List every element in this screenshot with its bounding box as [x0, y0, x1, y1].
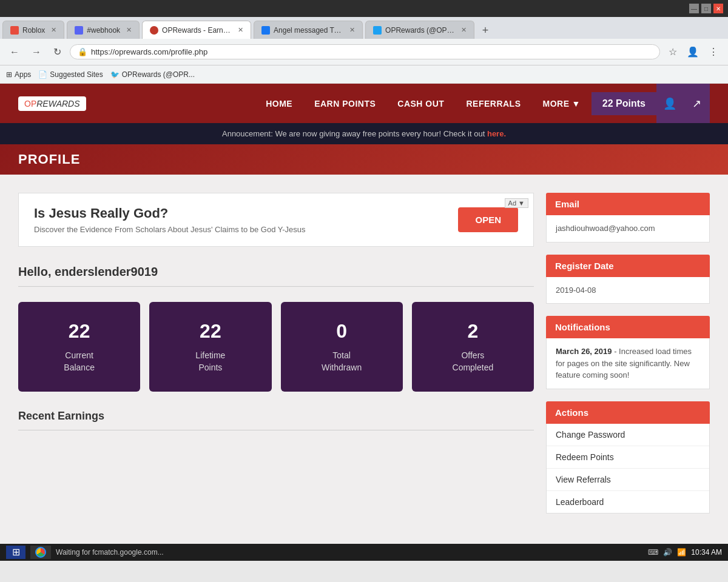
site-content: OPREWARDS HOME EARN POINTS CASH OUT REFE…	[0, 84, 728, 544]
ad-title: Is Jesus Really God?	[34, 206, 306, 221]
bookmark-button[interactable]: ☆	[665, 44, 681, 60]
sidebar-email-section: Email jashdiouhwoad@yahoo.com	[546, 193, 710, 242]
tab-facebook-close[interactable]: ✕	[349, 26, 355, 34]
maximize-button[interactable]: □	[701, 4, 711, 13]
nav-bar: ← → ↻ 🔒 ☆ 👤 ⋮	[0, 39, 728, 65]
menu-button[interactable]: ⋮	[705, 44, 722, 60]
address-input[interactable]	[91, 47, 652, 56]
new-tab-button[interactable]: +	[477, 22, 494, 39]
page-icon: 📄	[38, 70, 47, 79]
lock-icon: 🔒	[78, 47, 87, 56]
action-leaderboard[interactable]: Leaderboard	[547, 491, 709, 513]
status-text: Waiting for fcmatch.google.com...	[56, 548, 164, 557]
ad-description: Discover the Evidence From Scholars Abou…	[34, 225, 306, 234]
tab-roblox-close[interactable]: ✕	[51, 26, 56, 34]
sidebar-notifications-header: Notifications	[546, 316, 710, 338]
stats-grid: 22 CurrentBalance 22 LifetimePoints 0 To…	[18, 302, 534, 392]
announcement-text: Annoucement: We are now giving away free…	[222, 129, 485, 138]
share-icon: ↗	[692, 97, 701, 110]
logo-rewards: REWARDS	[36, 99, 79, 109]
sidebar-email-content: jashdiouhwoad@yahoo.com	[546, 215, 710, 242]
tab-oprewards[interactable]: OPRewards - Earn rewards f... ✕	[142, 21, 251, 39]
tab-facebook[interactable]: Angel messaged Trading Ro... ✕	[254, 21, 363, 39]
close-button[interactable]: ✕	[713, 4, 723, 13]
tab-twitter[interactable]: OPRewards (@OPReward) |... ✕	[365, 21, 474, 39]
windows-start-button[interactable]: ⊞	[6, 546, 25, 559]
bookmark-suggested[interactable]: 📄 Suggested Sites	[38, 70, 103, 79]
sidebar-notifications-content: March 26, 2019 - Increased load times fo…	[546, 338, 710, 389]
stat-card-lifetime: 22 LifetimePoints	[149, 302, 271, 392]
chevron-down-icon: ▼	[572, 99, 581, 109]
reload-button[interactable]: ↻	[50, 44, 65, 60]
tab-roblox[interactable]: Roblox ✕	[2, 21, 64, 39]
tab-twitter-close[interactable]: ✕	[461, 26, 467, 34]
sidebar-register-header: Register Date	[546, 255, 710, 277]
stat-withdrawn-label: TotalWithdrawn	[290, 350, 394, 373]
page-title: PROFILE	[18, 152, 80, 167]
stat-card-withdrawn: 0 TotalWithdrawn	[281, 302, 403, 392]
nav-more[interactable]: MORE ▼	[532, 87, 592, 121]
main-content: Ad ▼ Is Jesus Really God? Discover the E…	[0, 175, 728, 544]
profile-header: PROFILE	[0, 144, 728, 175]
notification-date: March 26, 2019	[556, 347, 612, 356]
notification-text: March 26, 2019 - Increased load times fo…	[556, 346, 700, 381]
clock: 10:34 AM	[691, 548, 722, 557]
share-icon-button[interactable]: ↗	[683, 84, 710, 123]
nav-cash-out[interactable]: CASH OUT	[386, 87, 455, 121]
nav-referrals[interactable]: REFERRALS	[455, 87, 531, 121]
sidebar-email-header: Email	[546, 193, 710, 215]
chrome-taskbar-btn[interactable]	[30, 546, 51, 559]
keyboard-icon: ⌨	[648, 548, 658, 557]
title-bar: — □ ✕	[0, 0, 728, 17]
user-icon-button[interactable]: 👤	[656, 84, 683, 123]
stat-offers-label: OffersCompleted	[421, 350, 525, 373]
main-right: Email jashdiouhwoad@yahoo.com Register D…	[546, 193, 710, 526]
action-view-referrals[interactable]: View Referrals	[547, 469, 709, 491]
address-bar[interactable]: 🔒	[70, 44, 660, 59]
sidebar-register-content: 2019-04-08	[546, 277, 710, 304]
nav-earn-points[interactable]: EARN POINTS	[303, 87, 386, 121]
nav-home[interactable]: HOME	[255, 87, 303, 121]
main-left: Ad ▼ Is Jesus Really God? Discover the E…	[18, 193, 534, 526]
bookmark-apps[interactable]: ⊞ Apps	[6, 70, 31, 79]
logo-op: OP	[24, 99, 36, 109]
profile-button[interactable]: 👤	[683, 44, 703, 60]
announcement-bar: Annoucement: We are now giving away free…	[0, 123, 728, 144]
ad-badge[interactable]: Ad ▼	[505, 198, 528, 208]
recent-earnings: Recent Earnings	[18, 410, 534, 430]
taskbar-right: ⌨ 🔊 📶 10:34 AM	[648, 548, 722, 557]
logo[interactable]: OPREWARDS	[18, 96, 86, 111]
user-icon: 👤	[663, 97, 676, 110]
hello-section: Hello, enderslender9019	[18, 265, 534, 287]
roblox-favicon	[10, 26, 19, 35]
back-button[interactable]: ←	[6, 44, 23, 60]
forward-button[interactable]: →	[28, 44, 45, 60]
action-change-password[interactable]: Change Password	[547, 424, 709, 446]
sidebar-actions-header: Actions	[546, 401, 710, 424]
action-redeem-points[interactable]: Redeem Points	[547, 446, 709, 469]
suggested-label: Suggested Sites	[50, 70, 103, 79]
facebook-favicon	[261, 26, 270, 35]
twitter-bookmark-label: OPRewards (@OPR...	[122, 70, 195, 79]
tab-oprewards-close[interactable]: ✕	[238, 26, 243, 34]
bookmark-twitter[interactable]: 🐦 OPRewards (@OPR...	[110, 70, 195, 79]
site-nav-links: HOME EARN POINTS CASH OUT REFERRALS MORE…	[255, 84, 710, 123]
points-badge[interactable]: 22 Points	[592, 92, 656, 115]
stat-balance-number: 22	[27, 320, 131, 343]
taskbar-left: ⊞ Waiting for fcmatch.google.com...	[6, 546, 164, 559]
hello-title: Hello, enderslender9019	[18, 265, 534, 287]
sidebar-actions-section: Actions Change Password Redeem Points Vi…	[546, 401, 710, 513]
tab-facebook-label: Angel messaged Trading Ro...	[274, 26, 343, 35]
taskbar: ⊞ Waiting for fcmatch.google.com... ⌨ 🔊 …	[0, 544, 728, 561]
apps-label: Apps	[15, 70, 31, 79]
recent-earnings-title: Recent Earnings	[18, 410, 534, 430]
stat-card-offers: 2 OffersCompleted	[412, 302, 534, 392]
minimize-button[interactable]: —	[689, 4, 699, 13]
announcement-link[interactable]: here.	[487, 129, 506, 138]
stat-lifetime-label: LifetimePoints	[158, 350, 262, 373]
ad-open-button[interactable]: OPEN	[458, 207, 518, 232]
sidebar-register-section: Register Date 2019-04-08	[546, 255, 710, 304]
sidebar-email-value: jashdiouhwoad@yahoo.com	[556, 222, 700, 235]
tab-discord-close[interactable]: ✕	[126, 26, 132, 34]
tab-discord[interactable]: #webhook ✕	[67, 21, 140, 39]
